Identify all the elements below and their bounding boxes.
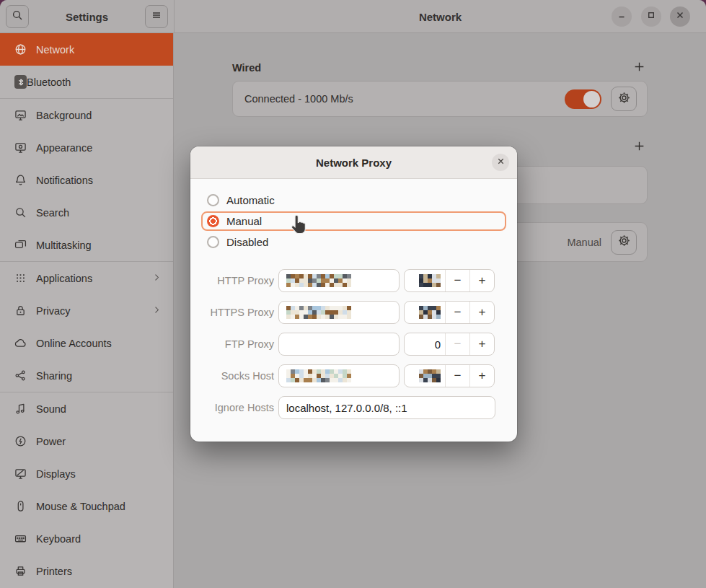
- sidebar-item-bluetooth[interactable]: Bluetooth: [0, 66, 173, 98]
- http-port-decrement-button[interactable]: −: [446, 270, 469, 291]
- sidebar-item-background[interactable]: Background: [0, 99, 173, 131]
- socks-host-input[interactable]: [278, 364, 400, 387]
- http-proxy-port-input[interactable]: [405, 270, 445, 291]
- sidebar-item-search[interactable]: Search: [0, 196, 173, 229]
- sidebar-item-appearance[interactable]: Appearance: [0, 131, 173, 164]
- proxy-option-automatic[interactable]: Automatic: [201, 190, 506, 210]
- sidebar-item-power[interactable]: Power: [0, 425, 173, 457]
- socks-port-decrement-button[interactable]: −: [446, 365, 469, 387]
- maximize-button[interactable]: [641, 6, 661, 27]
- radio-icon: [207, 215, 219, 227]
- dialog-title: Network Proxy: [316, 157, 392, 169]
- sidebar-item-label: Privacy: [36, 305, 71, 317]
- sidebar-item-applications[interactable]: Applications: [0, 262, 173, 294]
- magnifier-icon: [14, 206, 27, 219]
- sidebar-item-label: Bluetooth: [27, 76, 71, 88]
- sidebar-item-label: Online Accounts: [36, 338, 112, 349]
- sidebar-item-sharing[interactable]: Sharing: [0, 359, 173, 392]
- grid-icon: [14, 272, 27, 284]
- add-wired-connection-button[interactable]: [630, 59, 648, 76]
- http-proxy-port-stepper: − +: [404, 269, 495, 292]
- option-label: Automatic: [226, 194, 275, 206]
- bell-icon: [14, 174, 27, 186]
- proxy-mode-value: Manual: [567, 237, 601, 248]
- ftp-proxy-row: FTP Proxy 0 − +: [201, 333, 506, 356]
- cloud-icon: [14, 337, 27, 349]
- sidebar-item-sound[interactable]: Sound: [0, 392, 173, 425]
- wired-settings-button[interactable]: [611, 87, 637, 111]
- sidebar-item-printers[interactable]: Printers: [0, 555, 173, 587]
- add-vpn-button[interactable]: [630, 139, 648, 156]
- option-label: Disabled: [226, 236, 268, 248]
- https-proxy-host-input[interactable]: [278, 301, 400, 324]
- wired-toggle[interactable]: [565, 89, 601, 109]
- wired-connection-row[interactable]: Connected - 1000 Mb/s: [232, 81, 648, 117]
- ftp-port-increment-button[interactable]: +: [470, 333, 494, 355]
- https-proxy-port-input[interactable]: [405, 302, 445, 323]
- sidebar-item-label: Notifications: [36, 175, 93, 186]
- socks-port-input[interactable]: [405, 365, 445, 387]
- redacted-host-value: [286, 369, 351, 382]
- option-label: Manual: [226, 215, 262, 227]
- network-proxy-dialog: Network Proxy Automatic Manual Disabled …: [190, 146, 517, 442]
- sidebar-item-displays[interactable]: Displays: [0, 457, 173, 490]
- sidebar-item-label: Mouse & Touchpad: [36, 501, 125, 512]
- sidebar-item-label: Sound: [36, 403, 66, 415]
- dialog-close-button[interactable]: [492, 154, 509, 171]
- ignore-hosts-label: Ignore Hosts: [201, 402, 274, 413]
- https-port-increment-button[interactable]: +: [470, 302, 494, 323]
- ftp-port-decrement-button[interactable]: −: [446, 333, 469, 355]
- sidebar-item-label: Displays: [36, 468, 76, 480]
- content-headerbar: Network: [174, 0, 706, 33]
- proxy-settings-button[interactable]: [611, 230, 637, 255]
- proxy-form: HTTP Proxy − + HTTPS Proxy: [201, 269, 506, 419]
- ignore-hosts-input[interactable]: localhost, 127.0.0.0/8, ::1: [278, 396, 495, 419]
- sidebar-item-label: Sharing: [36, 370, 72, 382]
- proxy-option-manual[interactable]: Manual: [201, 211, 506, 231]
- sidebar-headerbar: Settings: [0, 0, 174, 33]
- ftp-proxy-port-input[interactable]: 0: [405, 333, 445, 355]
- sidebar-item-mouse-touchpad[interactable]: Mouse & Touchpad: [0, 490, 173, 522]
- redacted-port-value: [419, 306, 441, 319]
- dialog-header: Network Proxy: [190, 146, 517, 179]
- displays-icon: [14, 468, 27, 480]
- https-proxy-port-stepper: − +: [404, 301, 495, 324]
- dialog-body: Automatic Manual Disabled HTTP Proxy: [190, 179, 517, 419]
- globe-icon: [14, 43, 27, 56]
- sidebar-item-label: Applications: [36, 273, 92, 284]
- socks-host-row: Socks Host − +: [201, 364, 506, 387]
- bluetooth-icon: [14, 75, 27, 89]
- search-button[interactable]: [6, 5, 29, 28]
- menu-button[interactable]: [145, 5, 168, 28]
- sidebar-item-keyboard[interactable]: Keyboard: [0, 522, 173, 555]
- ftp-proxy-port-stepper: 0 − +: [404, 333, 495, 356]
- redacted-port-value: [419, 274, 441, 287]
- sidebar-item-online-accounts[interactable]: Online Accounts: [0, 327, 173, 359]
- sidebar-item-multitasking[interactable]: Multitasking: [0, 229, 173, 261]
- share-icon: [14, 369, 27, 382]
- power-icon: [14, 435, 27, 447]
- sidebar-item-label: Power: [36, 436, 66, 447]
- close-icon: [674, 9, 686, 24]
- minimize-button[interactable]: [612, 6, 632, 27]
- http-proxy-host-input[interactable]: [278, 269, 400, 292]
- mouse-icon: [14, 500, 27, 512]
- http-port-increment-button[interactable]: +: [470, 270, 494, 291]
- sidebar-item-label: Multitasking: [36, 240, 92, 251]
- https-proxy-label: HTTPS Proxy: [201, 307, 274, 318]
- proxy-option-disabled[interactable]: Disabled: [201, 232, 506, 252]
- https-port-decrement-button[interactable]: −: [446, 302, 469, 323]
- background-icon: [14, 109, 27, 121]
- radio-icon: [207, 194, 219, 206]
- gear-icon: [617, 234, 631, 250]
- sidebar-item-privacy[interactable]: Privacy: [0, 294, 173, 327]
- sidebar-item-label: Appearance: [36, 142, 92, 154]
- ftp-proxy-host-input[interactable]: [278, 333, 400, 356]
- sidebar-item-network[interactable]: Network: [0, 33, 173, 66]
- radio-icon: [207, 236, 219, 248]
- sidebar-item-notifications[interactable]: Notifications: [0, 164, 173, 196]
- maximize-icon: [645, 9, 657, 24]
- socks-port-increment-button[interactable]: +: [470, 365, 494, 387]
- sidebar-item-label: Search: [36, 207, 69, 219]
- close-button[interactable]: [670, 6, 690, 27]
